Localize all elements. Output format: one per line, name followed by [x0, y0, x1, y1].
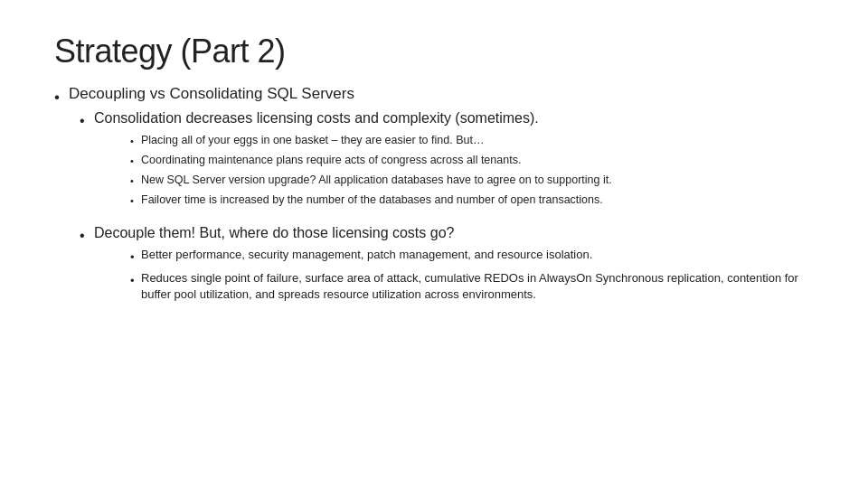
- level2-text-0: Consolidation decreases licensing costs …: [94, 110, 539, 127]
- level3-text-0: Placing all of your eggs in one basket –…: [141, 132, 484, 148]
- bullet-l2-1: •: [80, 228, 87, 244]
- level3-item-0: • Placing all of your eggs in one basket…: [130, 132, 814, 149]
- slide-title: Strategy (Part 2): [54, 33, 814, 70]
- level3-item-3: • Failover time is increased by the numb…: [130, 192, 814, 209]
- bullet-l3-3: •: [130, 194, 136, 209]
- gap: [54, 212, 814, 225]
- level2-sub-item-1: • Reduces single point of failure, surfa…: [130, 270, 814, 305]
- bullet-l3-1: •: [130, 155, 136, 169]
- level3-text-3: Failover time is increased by the number…: [141, 192, 603, 208]
- bullet-l1: •: [54, 89, 61, 107]
- bullet-l2-0: •: [80, 113, 87, 129]
- bullet-sub-0: •: [130, 249, 136, 267]
- level2-sub-text-1: Reduces single point of failure, surface…: [141, 270, 814, 305]
- level1-text-0: Decoupling vs Consolidating SQL Servers: [69, 85, 354, 103]
- level2-sub-text-0: Better performance, security management,…: [141, 247, 592, 264]
- level3-text-2: New SQL Server version upgrade? All appl…: [141, 172, 612, 188]
- level2-text-1: Decouple them! But, where do those licen…: [94, 225, 454, 241]
- level3-text-1: Coordinating maintenance plans require a…: [141, 152, 521, 168]
- level1-item-0: • Decoupling vs Consolidating SQL Server…: [54, 85, 814, 307]
- slide-content: • Decoupling vs Consolidating SQL Server…: [54, 85, 814, 313]
- level2-sub-item-0: • Better performance, security managemen…: [130, 247, 814, 267]
- level2-item-1: • Decouple them! But, where do those lic…: [80, 225, 814, 305]
- level3-item-2: • New SQL Server version upgrade? All ap…: [130, 172, 814, 189]
- slide: Strategy (Part 2) • Decoupling vs Consol…: [0, 0, 868, 488]
- bullet-l3-0: •: [130, 135, 136, 149]
- level3-item-1: • Coordinating maintenance plans require…: [130, 152, 814, 169]
- level3-group-0: • Placing all of your eggs in one basket…: [130, 132, 814, 209]
- bullet-sub-1: •: [130, 273, 136, 290]
- level2-sub-group-1: • Better performance, security managemen…: [130, 247, 814, 305]
- bullet-l3-2: •: [130, 174, 136, 189]
- level2-item-0: • Consolidation decreases licensing cost…: [80, 110, 814, 209]
